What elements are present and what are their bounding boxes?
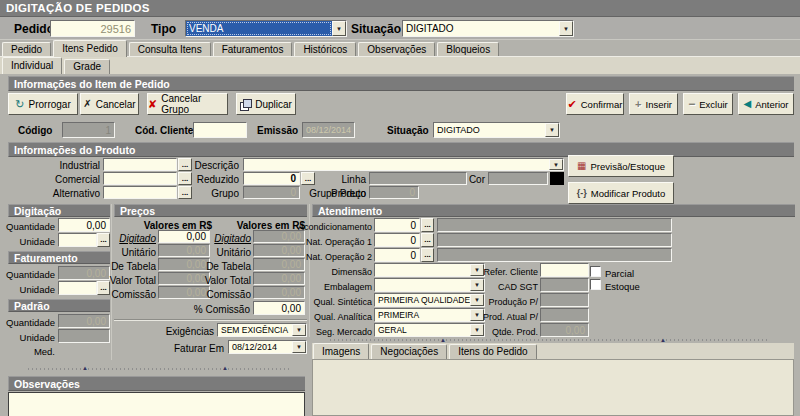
situacao-row-value: DIGITADO [434,123,545,137]
situacao-value: DIGITADO [403,21,559,36]
nat-operacao2-lookup-button[interactable]: ... [421,248,434,262]
inserir-button[interactable]: + Inserir [629,93,678,115]
prorrogar-button[interactable]: ↻ Prorrogar [8,93,78,115]
chevron-down-icon: ▼ [296,344,302,350]
digitado-label-1[interactable]: Digitado [98,232,156,246]
cad-sgt-field [540,278,589,292]
tab-observacoes[interactable]: Observações [358,42,435,57]
refer-cliente-label: Refer. Cliente [482,265,538,279]
observacoes-header: Observações [8,376,305,391]
padrao-unidade-field [58,329,110,343]
previsao-estoque-button[interactable]: ▦ Previsão/Estoque [568,155,674,177]
digitacao-unidade-field[interactable] [58,233,97,247]
faturar-em-dropdown-button[interactable]: ▼ [292,341,306,353]
situacao-combo[interactable]: DIGITADO ▼ [402,20,574,37]
tab-negociacoes[interactable]: Negociações [371,344,447,359]
de-tabela-label-1: De Tabela [98,260,156,274]
observacoes-textarea[interactable] [8,392,305,416]
situacao-dropdown-button[interactable]: ▼ [559,21,573,36]
bottom-tab-bar: Imagens Negociações Itens do Pedido [313,343,539,359]
comercial-field[interactable] [103,172,177,185]
nat-operacao2-desc-field [437,248,672,262]
pedido-field[interactable]: 29516 [50,20,135,37]
window-title: DIGITAÇÃO DE PEDIDOS [0,0,800,17]
tab-individual[interactable]: Individual [2,57,62,74]
exigencias-label: Exigências [146,325,214,339]
sub-tab-bar: Individual Grade [2,57,112,74]
situacao-row-combo[interactable]: DIGITADO ▼ [433,122,560,138]
tab-imagens[interactable]: Imagens [313,343,369,359]
valor-total-label-1: Valor Total [98,274,156,288]
qual-sintetica-label: Qual. Sintética [288,295,372,309]
tab-itens-pedido[interactable]: Itens Pedido [53,40,127,57]
tab-faturamentos[interactable]: Faturamentos [213,42,293,57]
tab-grade[interactable]: Grade [64,59,110,74]
nat-operacao1-value: 0 [410,235,416,246]
parcial-checkbox[interactable] [590,266,601,277]
embalagem-combo[interactable]: ▼ [374,278,485,292]
cod-cliente-field[interactable] [193,122,247,138]
descricao-dropdown-button[interactable]: ▼ [549,159,563,170]
grupo-preco-field: 0 [369,186,419,199]
unitario-label-1: Unitário [98,246,156,260]
anterior-button[interactable]: ◀ Anterior [738,93,794,115]
nat-operacao2-field[interactable]: 0 [374,248,420,262]
codigo-value: 1 [105,125,111,136]
modificar-produto-button[interactable]: {-} Modificar Produto [568,182,674,204]
nat-operacao1-lookup-button[interactable]: ... [421,233,434,247]
comissao-label-1: Comissão [98,288,156,302]
qtde-prod-field: 0,00 [540,323,589,337]
sub-tab-strip [0,57,800,74]
cancel-group-x-icon: ✘ [148,99,157,110]
duplicar-button[interactable]: Duplicar [236,93,296,115]
left-splitter[interactable]: ▲ ▲ [0,365,310,372]
grupo-preco-value: 0 [409,187,415,198]
pedido-value: 29516 [100,23,131,35]
splitter-dots [28,368,290,370]
tipo-combo[interactable]: VENDA ▼ [185,20,347,37]
dimensao-combo[interactable]: ▼ [374,263,485,277]
nat-operacao1-field[interactable]: 0 [374,233,420,247]
tab-itens-do-pedido[interactable]: Itens do Pedido [449,344,537,359]
embalagem-label: Embalagem [288,280,372,294]
acondicionamento-lookup-button[interactable]: ... [421,218,434,232]
collapse-up-icon[interactable]: ▲ [222,365,228,371]
acondicionamento-field[interactable]: 0 [374,218,420,232]
cancelar-grupo-button[interactable]: ✘ Cancelar Grupo [147,93,228,115]
qual-analitica-combo[interactable]: PRIMEIRA ▼ [374,308,485,322]
digitacao-quantidade-field[interactable]: 0,00 [58,218,110,232]
descricao-combo[interactable]: ▼ [243,158,564,171]
tab-bloqueios[interactable]: Bloqueios [437,42,499,57]
refer-cliente-field[interactable] [540,263,589,277]
tab-historicos[interactable]: Históricos [294,42,356,57]
qual-sintetica-combo[interactable]: PRIMEIRA QUALIDADE ▼ [374,293,485,307]
tipo-dropdown-button[interactable]: ▼ [332,21,346,36]
tab-consulta-itens[interactable]: Consulta Itens [129,42,211,57]
prod-atual-p-label: Prod. Atual P/ [482,310,538,324]
reduzido-field[interactable]: 0 [243,172,300,185]
cancel-x-icon: ✗ [83,99,91,109]
collapse-up-icon[interactable]: ▲ [82,365,88,371]
anterior-label: Anterior [755,99,788,110]
cor-field [488,172,548,185]
estoque-checkbox-label[interactable]: Estoque [605,280,640,294]
seg-mercado-value: GERAL [375,324,470,336]
imagens-panel [312,359,794,416]
faturamento-header: Faturamento [8,251,110,264]
faturamento-unidade-field[interactable] [58,281,97,295]
estoque-checkbox[interactable] [590,279,601,290]
cancelar-label: Cancelar [96,99,136,110]
precos-divider-light [114,320,307,321]
cancelar-button[interactable]: ✗ Cancelar [80,93,139,115]
faturar-em-combo[interactable]: 08/12/2014 ▼ [228,340,307,354]
embalagem-value [375,279,470,291]
parcial-checkbox-label[interactable]: Parcial [605,267,634,281]
tab-pedido[interactable]: Pedido [2,42,51,57]
confirmar-button[interactable]: ✔ Confirmar [566,93,624,115]
duplicate-icon [240,99,251,110]
excluir-button[interactable]: − Excluir [683,93,733,115]
situacao-row-dropdown-button[interactable]: ▼ [545,123,559,137]
seg-mercado-combo[interactable]: GERAL ▼ [374,323,485,337]
industrial-field[interactable] [103,158,177,171]
alternativo-field[interactable] [103,186,177,199]
